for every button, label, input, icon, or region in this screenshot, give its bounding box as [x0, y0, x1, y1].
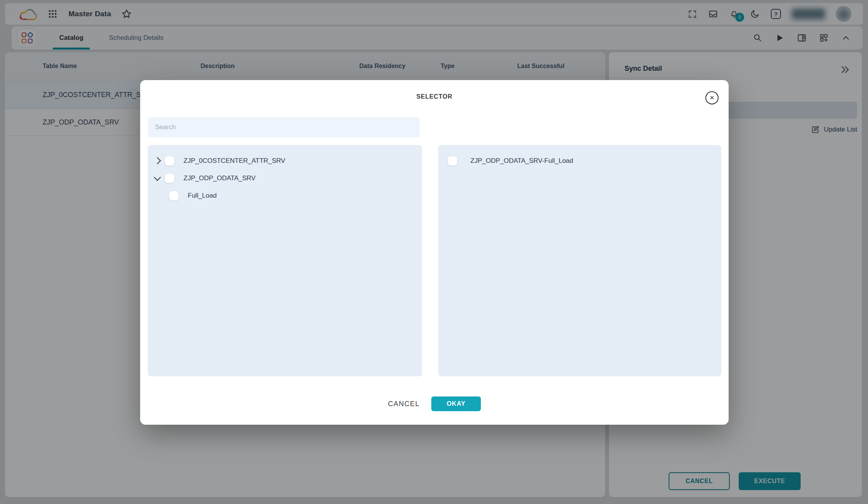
tree-item-label: ZJP_0COSTCENTER_ATTR_SRV [184, 157, 285, 165]
collapse-chevron-down-icon[interactable] [153, 177, 161, 180]
cancel-button[interactable]: CANCEL [388, 400, 420, 408]
available-items-panel: ZJP_0COSTCENTER_ATTR_SRV ZJP_ODP_ODATA_S… [148, 145, 422, 376]
app-screen: Master Data 0 ? [0, 0, 868, 504]
checkbox[interactable] [169, 191, 178, 200]
selector-modal: SELECTOR ✕ ZJP_0COSTCENTER_ATTR_SRV ZJP_… [140, 80, 729, 425]
tree-item[interactable]: ZJP_ODP_ODATA_SRV [148, 169, 422, 187]
checkbox[interactable] [448, 156, 457, 166]
tree-item-label: Full_Load [188, 192, 217, 200]
selected-item[interactable]: ZJP_ODP_ODATA_SRV-Full_Load [438, 152, 721, 169]
selected-item-label: ZJP_ODP_ODATA_SRV-Full_Load [470, 157, 573, 165]
checkbox[interactable] [165, 174, 174, 183]
tree-item-label: ZJP_ODP_ODATA_SRV [184, 174, 256, 182]
search-input[interactable] [148, 117, 420, 137]
selected-items-panel: ZJP_ODP_ODATA_SRV-Full_Load [438, 145, 721, 376]
tree-item[interactable]: ZJP_0COSTCENTER_ATTR_SRV [148, 152, 422, 169]
close-icon[interactable]: ✕ [705, 91, 719, 104]
okay-button[interactable]: OKAY [431, 396, 481, 411]
modal-title: SELECTOR [140, 93, 729, 100]
checkbox[interactable] [165, 156, 174, 166]
tree-child-item[interactable]: Full_Load [148, 187, 422, 204]
modal-footer: CANCEL OKAY [140, 396, 729, 411]
expand-chevron-right-icon[interactable] [153, 158, 161, 163]
